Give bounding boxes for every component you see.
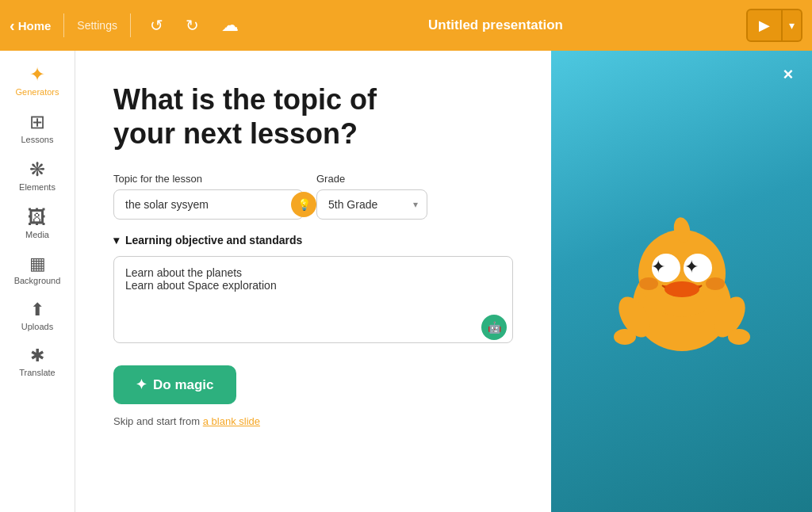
svg-point-8 <box>706 277 725 290</box>
undo-icon: ↺ <box>150 16 163 35</box>
sidebar-item-media[interactable]: 🖼 Media <box>4 201 71 246</box>
svg-point-10 <box>614 329 636 345</box>
topic-bulb-icon: 💡 <box>291 192 316 217</box>
sidebar-item-generators[interactable]: ✦ Generators <box>4 59 71 103</box>
svg-text:✦: ✦ <box>651 257 665 277</box>
content-area: What is the topic of your next lesson? T… <box>75 51 812 512</box>
redo-button[interactable]: ↻ <box>179 13 205 38</box>
form-panel: What is the topic of your next lesson? T… <box>75 51 551 512</box>
mascot-character: ✦ ✦ <box>595 190 769 373</box>
settings-label[interactable]: Settings <box>77 19 117 32</box>
dropdown-icon: ▾ <box>789 19 795 32</box>
form-title-line1: What is the topic of <box>113 83 377 116</box>
media-icon: 🖼 <box>28 208 47 227</box>
form-title: What is the topic of your next lesson? <box>113 82 513 151</box>
skip-text-area: Skip and start from a blank slide <box>113 415 513 427</box>
play-button[interactable]: ▶ <box>746 9 783 42</box>
close-button[interactable]: × <box>776 62 801 87</box>
objectives-toggle-label: Learning objective and standards <box>125 234 302 246</box>
save-cloud-button[interactable]: ☁ <box>215 12 245 39</box>
sidebar: ✦ Generators ⊞ Lessons ❋ Elements 🖼 Medi… <box>0 51 75 512</box>
character-panel: × ✦ ✦ <box>551 51 812 512</box>
divider-2 <box>130 13 131 37</box>
close-icon: × <box>783 64 794 85</box>
sidebar-item-elements[interactable]: ❋ Elements <box>4 154 71 198</box>
presentation-title: Untitled presentation <box>255 17 737 33</box>
sidebar-item-translate[interactable]: ✱ Translate <box>4 341 71 384</box>
do-magic-label: Do magic <box>153 377 214 393</box>
main-layout: ✦ Generators ⊞ Lessons ❋ Elements 🖼 Medi… <box>0 51 812 512</box>
form-row-topic-grade: Topic for the lesson 💡 Grade Kindergarte… <box>113 173 513 220</box>
topbar: Home Settings ↺ ↻ ☁ Untitled presentatio… <box>0 0 812 51</box>
sidebar-item-label-translate: Translate <box>19 368 55 377</box>
svg-text:✦: ✦ <box>684 257 699 277</box>
sidebar-item-label-media: Media <box>25 230 49 239</box>
generators-icon: ✦ <box>29 65 45 84</box>
uploads-icon: ⬆ <box>30 301 44 319</box>
form-group-grade: Grade Kindergarten 1st Grade 2nd Grade 3… <box>316 173 427 220</box>
sidebar-item-label-background: Background <box>14 276 61 285</box>
sidebar-item-label-generators: Generators <box>15 87 59 97</box>
form-group-topic: Topic for the lesson 💡 <box>113 173 304 220</box>
sidebar-item-background[interactable]: ▦ Background <box>4 249 71 292</box>
sidebar-item-label-lessons: Lessons <box>21 135 54 144</box>
skip-static-text: Skip and start from <box>113 415 200 427</box>
grade-select-wrapper: Kindergarten 1st Grade 2nd Grade 3rd Gra… <box>316 189 427 220</box>
objectives-toggle[interactable]: ▾ Learning objective and standards <box>113 234 513 246</box>
home-label: Home <box>18 19 52 32</box>
grade-label: Grade <box>316 173 427 185</box>
play-controls: ▶ ▾ <box>746 9 802 42</box>
sidebar-item-label-uploads: Uploads <box>21 322 53 331</box>
topic-input[interactable] <box>113 189 304 220</box>
undo-button[interactable]: ↺ <box>144 13 170 38</box>
background-icon: ▦ <box>29 255 46 273</box>
grade-select[interactable]: Kindergarten 1st Grade 2nd Grade 3rd Gra… <box>316 189 427 220</box>
mascot-area: ✦ ✦ <box>551 51 812 512</box>
redo-icon: ↻ <box>186 16 199 35</box>
sidebar-item-uploads[interactable]: ⬆ Uploads <box>4 295 71 338</box>
svg-point-7 <box>639 277 658 290</box>
blank-slide-link[interactable]: a blank slide <box>203 415 260 427</box>
objectives-textarea-wrapper: Learn about the planets Learn about Spac… <box>113 256 513 346</box>
translate-icon: ✱ <box>30 347 44 365</box>
form-title-line2: your next lesson? <box>113 117 358 150</box>
cloud-icon: ☁ <box>221 15 239 36</box>
do-magic-button[interactable]: ✦ Do magic <box>113 365 236 404</box>
topic-label: Topic for the lesson <box>113 173 304 185</box>
play-dropdown-button[interactable]: ▾ <box>783 9 802 42</box>
do-magic-icon: ✦ <box>136 376 147 393</box>
sidebar-item-lessons[interactable]: ⊞ Lessons <box>4 106 71 151</box>
sidebar-item-label-elements: Elements <box>19 182 56 192</box>
play-icon: ▶ <box>759 17 770 34</box>
divider-1 <box>63 13 64 37</box>
svg-point-6 <box>665 281 699 297</box>
topic-input-wrapper: 💡 <box>113 189 304 220</box>
lessons-icon: ⊞ <box>29 113 45 132</box>
objectives-textarea[interactable]: Learn about the planets Learn about Spac… <box>113 256 513 343</box>
chevron-left-icon <box>10 17 15 35</box>
elements-icon: ❋ <box>29 160 45 179</box>
home-link[interactable]: Home <box>10 17 51 35</box>
svg-point-12 <box>728 329 750 345</box>
chevron-down-small-icon: ▾ <box>113 234 119 246</box>
